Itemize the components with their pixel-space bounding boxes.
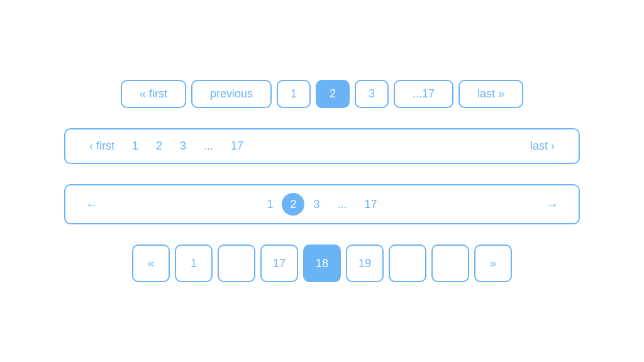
previous-button[interactable]: previous [191,80,272,108]
pagination-row1: « firstprevious123...17last » [121,80,523,108]
first-sq-button[interactable]: « [132,244,170,282]
page-2[interactable]: 2 [147,137,171,155]
page-sq-blank1-button[interactable] [218,244,255,282]
page-ellipsis: ... [329,195,356,214]
page-ellipsis: ... [195,137,222,155]
page-1[interactable]: 1 [258,195,282,214]
prev-arrow-button[interactable]: ← [80,195,103,214]
last-button[interactable]: last › [521,137,564,155]
page-sq-17-button[interactable]: 17 [260,244,298,282]
page-sq-1-button[interactable]: 1 [175,244,213,282]
first-button[interactable]: ‹ first [80,137,123,155]
first-button[interactable]: « first [121,80,186,108]
page-2-button[interactable]: 2 [316,80,350,108]
page-ellipsis-17-button[interactable]: ...17 [394,80,453,108]
page-17[interactable]: 17 [222,137,252,155]
page-2[interactable]: 2 [282,193,304,216]
page-sq-blank3-button[interactable] [431,244,469,282]
page-sq-19-button[interactable]: 19 [346,244,384,282]
page-1[interactable]: 1 [123,137,147,155]
page-17[interactable]: 17 [356,195,386,214]
page-3[interactable]: 3 [304,195,328,214]
page-sq-blank2-button[interactable] [389,244,426,282]
page-sq-18-button[interactable]: 18 [303,244,341,282]
last-sq-button[interactable]: » [474,244,512,282]
pagination-row3: ←123...17→ [64,184,580,224]
page-1-button[interactable]: 1 [277,80,311,108]
last-button[interactable]: last » [458,80,523,108]
pagination-row2: ‹ first123...17last › [64,128,580,164]
page-3-button[interactable]: 3 [355,80,389,108]
next-arrow-button[interactable]: → [541,195,564,214]
pagination-row4: «1171819» [132,244,512,282]
page-3[interactable]: 3 [171,137,195,155]
